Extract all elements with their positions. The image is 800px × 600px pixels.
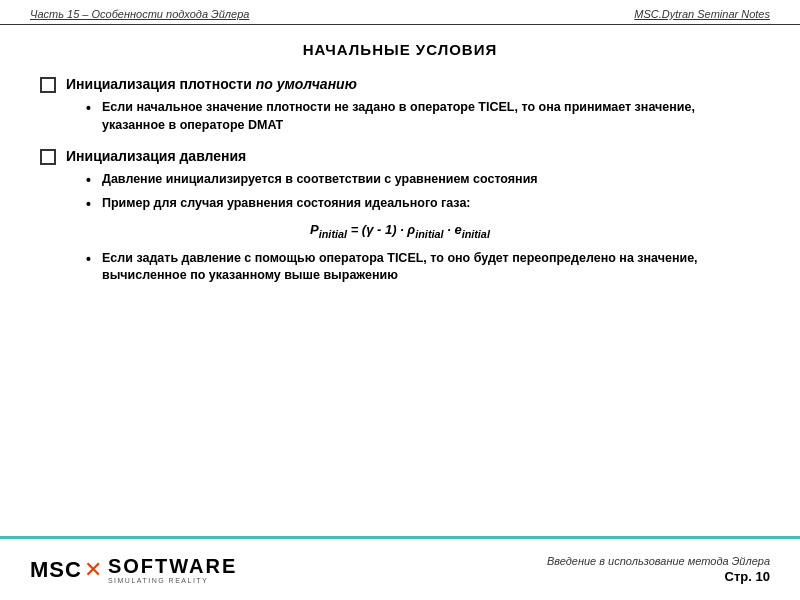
pressure-title-normal: Инициализация давления bbox=[66, 148, 246, 164]
page: Часть 15 – Особенности подхода Эйлера MS… bbox=[0, 0, 800, 600]
section-pressure: Инициализация давления Давление инициали… bbox=[40, 148, 760, 285]
logo-software-sub: SIMULATING REALITY bbox=[108, 577, 237, 584]
list-item: Если задать давление с помощью оператора… bbox=[86, 250, 760, 285]
logo-msc: MSC bbox=[30, 557, 82, 583]
formula-container: Pinitial = (γ - 1) · ρinitial · einitial bbox=[40, 222, 760, 240]
checkbox-pressure-icon bbox=[40, 149, 56, 165]
page-title: НАЧАЛЬНЫЕ УСЛОВИЯ bbox=[40, 41, 760, 58]
footer-note: Введение в использование метода Эйлера bbox=[547, 555, 770, 567]
list-item: Если начальное значение плотности не зад… bbox=[86, 99, 760, 134]
formula-rho-sub: initial bbox=[415, 228, 443, 240]
logo-software-text: SOFTWARE bbox=[108, 556, 237, 576]
footer: MSC ✕ SOFTWARE SIMULATING REALITY Введен… bbox=[0, 536, 800, 600]
checkbox-density-icon bbox=[40, 77, 56, 93]
pressure-bullet-list-2: Если задать давление с помощью оператора… bbox=[86, 250, 760, 285]
section-pressure-title: Инициализация давления bbox=[66, 148, 246, 164]
section-pressure-header: Инициализация давления bbox=[40, 148, 760, 165]
formula-e: · e bbox=[447, 222, 461, 237]
header-left: Часть 15 – Особенности подхода Эйлера bbox=[30, 8, 249, 20]
pressure-bullet-list: Давление инициализируется в соответствии… bbox=[86, 171, 760, 212]
footer-right: Введение в использование метода Эйлера С… bbox=[547, 555, 770, 584]
formula-equals: = (γ - 1) · ρ bbox=[351, 222, 416, 237]
header: Часть 15 – Особенности подхода Эйлера MS… bbox=[0, 0, 800, 25]
main-content: НАЧАЛЬНЫЕ УСЛОВИЯ Инициализация плотност… bbox=[0, 25, 800, 536]
density-title-normal: Инициализация плотности bbox=[66, 76, 256, 92]
section-density-header: Инициализация плотности по умолчанию bbox=[40, 76, 760, 93]
formula-p-sub: initial bbox=[319, 228, 347, 240]
logo-arrow-icon: ✕ bbox=[84, 557, 102, 583]
logo-software-block: SOFTWARE SIMULATING REALITY bbox=[108, 556, 237, 584]
footer-logo: MSC ✕ SOFTWARE SIMULATING REALITY bbox=[30, 556, 237, 584]
section-density-title: Инициализация плотности по умолчанию bbox=[66, 76, 357, 92]
section-density: Инициализация плотности по умолчанию Есл… bbox=[40, 76, 760, 134]
header-right: MSC.Dytran Seminar Notes bbox=[634, 8, 770, 20]
density-bullet-list: Если начальное значение плотности не зад… bbox=[86, 99, 760, 134]
formula: Pinitial = (γ - 1) · ρinitial · einitial bbox=[310, 222, 490, 240]
list-item: Давление инициализируется в соответствии… bbox=[86, 171, 760, 189]
density-title-italic: по умолчанию bbox=[256, 76, 357, 92]
formula-p: P bbox=[310, 222, 319, 237]
footer-page: Стр. 10 bbox=[547, 569, 770, 584]
list-item: Пример для случая уравнения состояния ид… bbox=[86, 195, 760, 213]
formula-e-sub: initial bbox=[462, 228, 490, 240]
